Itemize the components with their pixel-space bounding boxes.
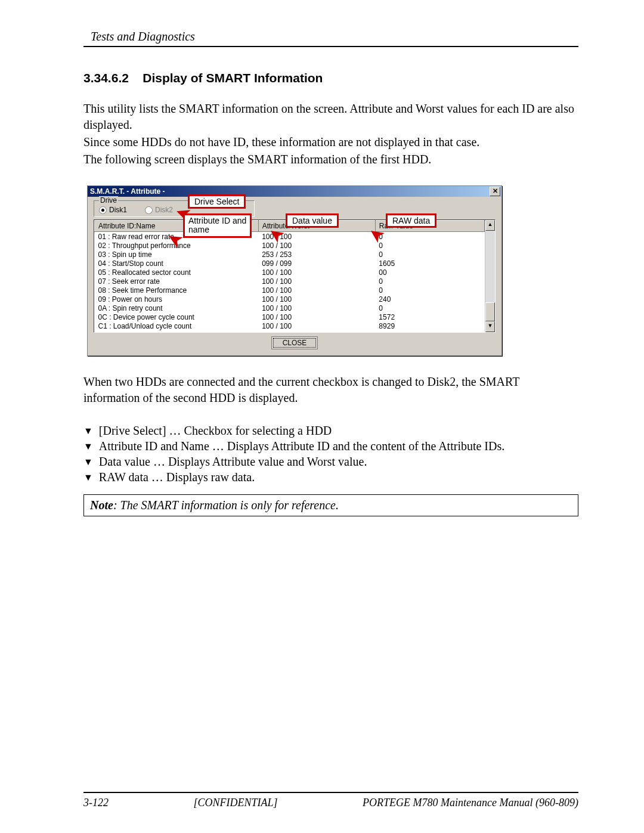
table-row[interactable]: 02 : Throughput performance100 / 1000 (95, 241, 485, 250)
bullet-marker-icon: ▼ (83, 424, 93, 438)
page-number: 3-122 (83, 797, 109, 809)
table-cell: 100 / 100 (258, 304, 375, 312)
table-cell: 099 / 099 (258, 259, 375, 268)
paragraph: The following screen displays the SMART … (83, 151, 578, 168)
bullet-marker-icon: ▼ (83, 455, 93, 469)
header-rule (83, 46, 578, 47)
titlebar: S.M.A.R.T. - Attribute - ✕ (88, 186, 501, 197)
table-row[interactable]: C1 : Load/Unload cycle count100 / 100892… (95, 321, 485, 330)
table-row[interactable]: 08 : Seek time Performance100 / 1000 (95, 286, 485, 295)
section-heading: 3.34.6.2 Display of SMART Information (83, 71, 578, 85)
radio-disk1[interactable]: Disk1 (99, 206, 127, 214)
list-item: ▼[Drive Select] … Checkbox for selecting… (83, 424, 578, 438)
list-item: ▼Data value … Displays Attribute value a… (83, 455, 578, 469)
table-cell: 00 (375, 268, 484, 277)
running-header: Tests and Diagnostics (91, 30, 578, 44)
table-cell: 100 / 100 (258, 321, 375, 330)
list-item: ▼Attribute ID and Name … Displays Attrib… (83, 439, 578, 454)
table-row[interactable]: 03 : Spin up time253 / 2530 (95, 250, 485, 259)
table-cell: 253 / 253 (258, 250, 375, 259)
smart-table: Attribute ID:Name Attribute/Worst Raw Va… (94, 220, 485, 330)
table-cell: 0 (375, 232, 484, 241)
note-box: Note: The SMART information is only for … (83, 494, 578, 516)
bullet-marker-icon: ▼ (83, 439, 93, 454)
list-item-text: Data value … Displays Attribute value an… (99, 455, 367, 469)
footer-rule (83, 792, 578, 793)
table-cell: 8929 (375, 321, 484, 330)
scrollbar[interactable]: ▲ ▼ (485, 220, 495, 332)
window-title: S.M.A.R.T. - Attribute - (90, 187, 165, 196)
table-cell: 0 (375, 250, 484, 259)
bullet-marker-icon: ▼ (83, 470, 93, 485)
callout-attribute-id-name: Attribute ID and name (183, 213, 252, 238)
table-cell: 08 : Seek time Performance (95, 286, 259, 295)
callout-data-value: Data value (286, 213, 339, 228)
paragraph: When two HDDs are connected and the curr… (83, 374, 578, 406)
table-row[interactable]: 09 : Power on hours100 / 100240 (95, 295, 485, 304)
table-cell: 05 : Reallocated sector count (95, 268, 259, 277)
table-row[interactable]: 0A : Spin retry count100 / 1000 (95, 304, 485, 312)
list-item-text: RAW data … Displays raw data. (99, 470, 255, 485)
radio-dot-icon (145, 206, 153, 214)
table-cell: 0A : Spin retry count (95, 304, 259, 312)
radio-label: Disk2 (155, 206, 173, 214)
table-cell: C1 : Load/Unload cycle count (95, 321, 259, 330)
page-footer: 3-122 [CONFIDENTIAL] PORTEGE M780 Mainte… (83, 792, 578, 809)
radio-label: Disk1 (109, 206, 127, 214)
bullet-list: ▼[Drive Select] … Checkbox for selecting… (83, 424, 578, 485)
confidential-label: [CONFIDENTIAL] (194, 797, 278, 809)
table-cell: 0 (375, 304, 484, 312)
callout-line: name (188, 225, 209, 234)
table-cell: 0 (375, 241, 484, 250)
close-icon[interactable]: ✕ (490, 187, 500, 196)
section-number: 3.34.6.2 (83, 71, 129, 85)
table-row[interactable]: 01 : Raw read error rate100 / 1000 (95, 232, 485, 241)
radio-dot-icon (99, 206, 107, 214)
table-row[interactable]: 05 : Reallocated sector count100 / 10000 (95, 268, 485, 277)
table-cell: 100 / 100 (258, 312, 375, 321)
list-item-text: Attribute ID and Name … Displays Attribu… (99, 439, 504, 454)
table-cell: 100 / 100 (258, 286, 375, 295)
list-item: ▼RAW data … Displays raw data. (83, 470, 578, 485)
table-row[interactable]: 0C : Device power cycle count100 / 10015… (95, 312, 485, 321)
paragraph: This utility lists the SMART information… (83, 101, 578, 133)
smart-window: S.M.A.R.T. - Attribute - ✕ Drive Select … (87, 185, 502, 356)
callout-raw-data: RAW data (386, 213, 436, 228)
table-cell: 04 : Start/Stop count (95, 259, 259, 268)
note-label: Note (90, 498, 113, 512)
fieldset-legend: Drive (99, 196, 118, 205)
note-text: : The SMART information is only for refe… (113, 498, 339, 512)
table-cell: 0 (375, 277, 484, 286)
table-cell: 07 : Seek error rate (95, 277, 259, 286)
table-cell: 100 / 100 (258, 268, 375, 277)
table-cell: 1605 (375, 259, 484, 268)
table-cell: 100 / 100 (258, 277, 375, 286)
table-cell: 09 : Power on hours (95, 295, 259, 304)
callout-drive-select: Drive Select (188, 194, 246, 209)
table-cell: 1572 (375, 312, 484, 321)
paragraph: Since some HDDs do not have ID, these in… (83, 134, 578, 150)
close-button[interactable]: CLOSE (271, 336, 318, 349)
smart-list: Attribute ID:Name Attribute/Worst Raw Va… (94, 219, 496, 333)
section-title-text: Display of SMART Information (143, 71, 323, 85)
table-cell: 0 (375, 286, 484, 295)
callout-line: Attribute ID and (188, 216, 246, 225)
manual-name: PORTEGE M780 Maintenance Manual (960-809… (363, 797, 578, 809)
table-cell: 100 / 100 (258, 295, 375, 304)
table-cell: 0C : Device power cycle count (95, 312, 259, 321)
radio-disk2[interactable]: Disk2 (145, 206, 173, 214)
scroll-up-icon[interactable]: ▲ (485, 220, 495, 231)
scroll-down-icon[interactable]: ▼ (485, 321, 495, 332)
list-item-text: [Drive Select] … Checkbox for selecting … (99, 424, 332, 438)
table-row[interactable]: 07 : Seek error rate100 / 1000 (95, 277, 485, 286)
table-row[interactable]: 04 : Start/Stop count099 / 0991605 (95, 259, 485, 268)
scroll-thumb[interactable] (485, 302, 495, 321)
table-cell: 240 (375, 295, 484, 304)
